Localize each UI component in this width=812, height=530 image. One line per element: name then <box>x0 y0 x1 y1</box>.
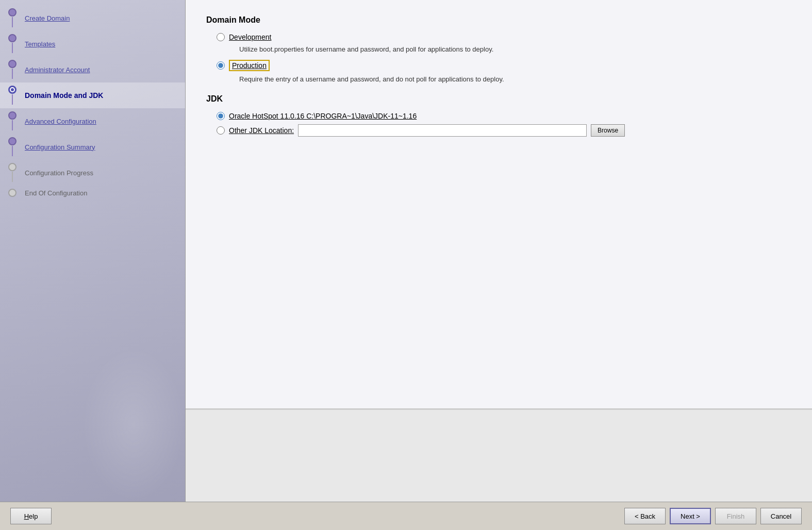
step-line-config-progress <box>12 172 13 182</box>
step-line-admin <box>12 69 13 79</box>
sidebar-item-configuration-summary[interactable]: Configuration Summary <box>0 134 185 160</box>
step-dot-templates <box>8 34 16 42</box>
bottom-panel <box>186 409 812 502</box>
sidebar-label-create-domain[interactable]: Create Domain <box>25 14 70 22</box>
step-dot-admin <box>8 60 16 68</box>
step-dot-create-domain <box>8 8 16 16</box>
step-indicator-config-progress <box>4 163 21 183</box>
development-radio-row: Development <box>217 33 791 41</box>
sidebar-item-configuration-progress: Configuration Progress <box>0 160 185 186</box>
sidebar-label-administrator-account[interactable]: Administrator Account <box>25 66 90 74</box>
footer: Help < Back Next > Finish Cancel <box>0 502 812 530</box>
sidebar-label-end-of-configuration: End Of Configuration <box>25 189 87 197</box>
oracle-hotspot-row: Oracle HotSpot 11.0.16 C:\PROGRA~1\Java\… <box>217 112 791 120</box>
help-button[interactable]: Help <box>10 508 52 524</box>
oracle-hotspot-label[interactable]: Oracle HotSpot 11.0.16 C:\PROGRA~1\Java\… <box>229 112 417 120</box>
jdk-section: JDK Oracle HotSpot 11.0.16 C:\PROGRA~1\J… <box>206 94 791 137</box>
step-line-templates <box>12 43 13 53</box>
step-dot-end <box>8 189 16 197</box>
content-area: Domain Mode Development Utilize boot.pro… <box>186 0 812 502</box>
finish-button[interactable]: Finish <box>715 508 756 524</box>
content-scroll: Domain Mode Development Utilize boot.pro… <box>186 0 812 409</box>
step-indicator-domain-mode <box>4 86 21 105</box>
step-dot-advanced <box>8 111 16 120</box>
production-option-group: Production Require the entry of a userna… <box>217 60 791 85</box>
browse-button[interactable]: Browse <box>591 124 625 137</box>
step-dot-inner-domain-mode <box>11 88 14 91</box>
production-radio-row: Production <box>217 60 791 71</box>
step-indicator-end <box>4 189 21 197</box>
jdk-title: JDK <box>206 94 791 104</box>
step-indicator-admin <box>4 60 21 79</box>
oracle-hotspot-radio[interactable] <box>217 112 225 120</box>
step-indicator-templates <box>4 34 21 54</box>
help-label: Help <box>24 512 38 520</box>
step-line-config-summary <box>12 146 13 156</box>
sidebar-item-domain-mode-jdk[interactable]: Domain Mode and JDK <box>0 82 185 108</box>
step-line-advanced <box>12 120 13 130</box>
production-description: Require the entry of a username and pass… <box>239 74 791 85</box>
domain-mode-title: Domain Mode <box>206 15 791 25</box>
step-dot-config-summary <box>8 137 16 145</box>
sidebar-item-create-domain[interactable]: Create Domain <box>0 5 185 31</box>
sidebar-label-domain-mode-jdk[interactable]: Domain Mode and JDK <box>25 91 103 100</box>
cancel-button[interactable]: Cancel <box>760 508 802 524</box>
other-jdk-location-input[interactable] <box>298 124 587 137</box>
back-button[interactable]: < Back <box>624 508 666 524</box>
step-line-create-domain <box>12 17 13 27</box>
main-container: Create Domain Templates Administrator Ac… <box>0 0 812 502</box>
other-jdk-row: Other JDK Location: Browse <box>217 124 791 137</box>
step-indicator-advanced <box>4 111 21 131</box>
sidebar-label-configuration-summary[interactable]: Configuration Summary <box>25 143 95 151</box>
sidebar-label-configuration-progress: Configuration Progress <box>25 169 93 177</box>
sidebar-item-advanced-configuration[interactable]: Advanced Configuration <box>0 108 185 134</box>
development-description: Utilize boot.properties for username and… <box>239 44 791 55</box>
sidebar: Create Domain Templates Administrator Ac… <box>0 0 186 502</box>
step-indicator-config-summary <box>4 137 21 157</box>
sidebar-label-templates[interactable]: Templates <box>25 40 55 48</box>
sidebar-label-advanced-configuration[interactable]: Advanced Configuration <box>25 118 96 125</box>
production-label[interactable]: Production <box>229 60 270 71</box>
footer-left: Help <box>10 508 52 524</box>
sidebar-item-end-of-configuration: End Of Configuration <box>0 186 185 200</box>
sidebar-item-administrator-account[interactable]: Administrator Account <box>0 57 185 82</box>
step-line-domain-mode <box>12 94 13 105</box>
step-dot-config-progress <box>8 163 16 171</box>
footer-right: < Back Next > Finish Cancel <box>624 508 802 524</box>
other-jdk-radio[interactable] <box>217 126 225 135</box>
development-option-group: Development Utilize boot.properties for … <box>217 33 791 55</box>
other-jdk-label[interactable]: Other JDK Location: <box>229 126 294 135</box>
step-indicator-create-domain <box>4 8 21 28</box>
next-button[interactable]: Next > <box>670 508 711 524</box>
development-radio[interactable] <box>217 33 225 41</box>
step-dot-domain-mode <box>8 86 16 94</box>
sidebar-item-templates[interactable]: Templates <box>0 31 185 57</box>
production-radio[interactable] <box>217 61 225 70</box>
development-label[interactable]: Development <box>229 33 272 41</box>
